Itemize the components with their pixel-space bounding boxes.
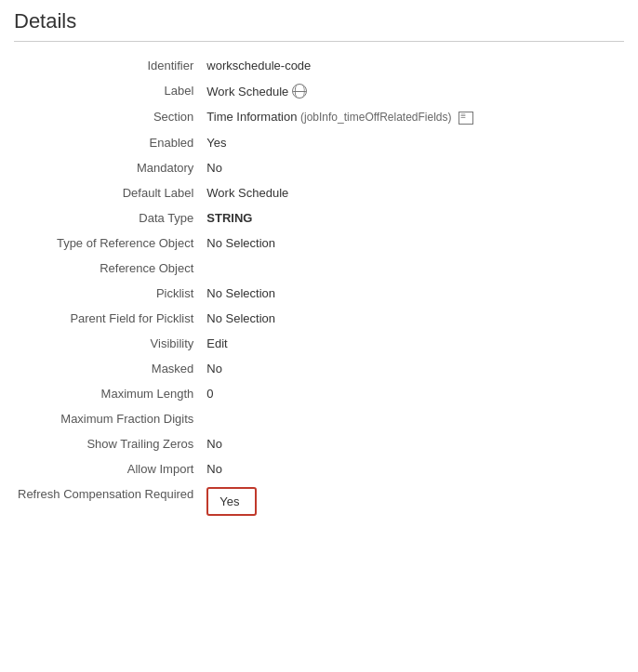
section-id: (jobInfo_timeOffRelatedFields) <box>300 111 452 124</box>
refresh-comp-box: Yes <box>206 487 256 516</box>
row-data-type: Data Type STRING <box>14 205 624 231</box>
max-length-label: Maximum Length <box>14 381 203 406</box>
row-mandatory: Mandatory No <box>14 155 624 180</box>
visibility-label: Visibility <box>14 331 203 356</box>
label-value-container: Work Schedule <box>206 84 307 99</box>
row-parent-field: Parent Field for Picklist No Selection <box>14 306 624 331</box>
row-show-trailing: Show Trailing Zeros No <box>14 431 624 456</box>
masked-label: Masked <box>14 356 203 381</box>
refresh-comp-label: Refresh Compensation Required <box>14 481 203 521</box>
row-enabled: Enabled Yes <box>14 130 624 155</box>
default-label-value: Work Schedule <box>206 186 288 200</box>
default-label-label: Default Label <box>14 180 203 205</box>
identifier-label: Identifier <box>14 53 203 78</box>
label-value: Work Schedule <box>206 85 288 99</box>
allow-import-label: Allow Import <box>14 456 203 481</box>
mandatory-value: No <box>206 161 222 175</box>
max-length-value: 0 <box>206 387 213 401</box>
row-label: Label Work Schedule <box>14 78 624 104</box>
reference-object-label: Reference Object <box>14 256 203 281</box>
details-table: Identifier workschedule-code Label Work … <box>14 53 624 521</box>
page-title: Details <box>14 9 624 42</box>
row-masked: Masked No <box>14 356 624 381</box>
section-field-label: Section <box>14 104 203 130</box>
row-max-length: Maximum Length 0 <box>14 381 624 406</box>
page-container: Details Identifier workschedule-code Lab… <box>0 0 638 531</box>
type-of-ref-value: No Selection <box>206 236 275 250</box>
mandatory-label: Mandatory <box>14 155 203 180</box>
refresh-comp-value: Yes <box>219 494 239 508</box>
row-identifier: Identifier workschedule-code <box>14 53 624 78</box>
row-max-fraction: Maximum Fraction Digits <box>14 406 624 431</box>
masked-value: No <box>206 362 222 376</box>
enabled-label: Enabled <box>14 130 203 155</box>
identifier-value: workschedule-code <box>206 59 311 72</box>
parent-field-label: Parent Field for Picklist <box>14 306 203 331</box>
row-picklist: Picklist No Selection <box>14 281 624 306</box>
data-type-value: STRING <box>206 211 252 225</box>
data-type-label: Data Type <box>14 205 203 231</box>
row-section: Section Time Information (jobInfo_timeOf… <box>14 104 624 130</box>
section-value: Time Information <box>206 110 297 124</box>
enabled-value: Yes <box>206 136 226 150</box>
row-type-of-ref: Type of Reference Object No Selection <box>14 231 624 256</box>
picklist-label: Picklist <box>14 281 203 306</box>
row-allow-import: Allow Import No <box>14 456 624 481</box>
max-fraction-label: Maximum Fraction Digits <box>14 406 203 431</box>
parent-field-value: No Selection <box>206 311 275 325</box>
picklist-value: No Selection <box>206 286 275 300</box>
row-visibility: Visibility Edit <box>14 331 624 356</box>
label-field-label: Label <box>14 78 203 104</box>
visibility-value: Edit <box>206 336 227 350</box>
show-trailing-label: Show Trailing Zeros <box>14 431 203 456</box>
type-of-ref-label: Type of Reference Object <box>14 231 203 256</box>
allow-import-value: No <box>206 462 222 476</box>
row-refresh-compensation: Refresh Compensation Required Yes <box>14 481 624 521</box>
row-default-label: Default Label Work Schedule <box>14 180 624 205</box>
show-trailing-value: No <box>206 437 222 451</box>
globe-icon <box>292 84 307 99</box>
section-grid-icon[interactable] <box>459 112 473 125</box>
row-reference-object: Reference Object <box>14 256 624 281</box>
